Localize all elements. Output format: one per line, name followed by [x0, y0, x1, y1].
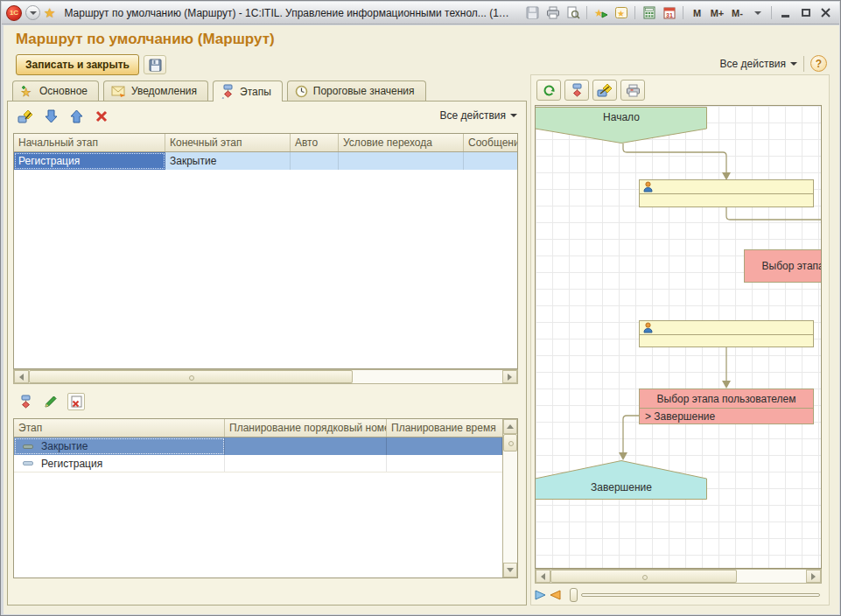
flowchart-icon: [221, 84, 235, 99]
column-header[interactable]: Авто: [291, 134, 339, 151]
node-action-2[interactable]: [639, 320, 814, 347]
map-hscrollbar[interactable]: [535, 569, 822, 584]
save-button[interactable]: [144, 55, 166, 74]
nav-forward-icon[interactable]: [535, 589, 547, 601]
move-up-icon[interactable]: [67, 108, 85, 125]
minimize-button[interactable]: [776, 4, 795, 21]
cell-stage-name[interactable]: Закрытие: [14, 438, 225, 455]
node-action-1[interactable]: [639, 179, 814, 207]
column-header[interactable]: Сообщение: [464, 134, 517, 151]
chevron-down-icon: [790, 62, 797, 66]
scrollbar-track[interactable]: [737, 570, 806, 583]
scrollbar-thumb[interactable]: [29, 370, 353, 383]
save-and-close-button[interactable]: Записать и закрыть: [16, 54, 139, 75]
delete-icon[interactable]: [93, 108, 110, 125]
maximize-button[interactable]: [796, 4, 815, 21]
refresh-button[interactable]: [536, 80, 561, 101]
tab-notifications[interactable]: Уведомления: [103, 80, 208, 101]
choice-item[interactable]: > Завершение: [640, 409, 813, 424]
node-end[interactable]: Завершение: [535, 459, 708, 500]
envelope-icon: [111, 86, 126, 97]
scrollbar-thumb[interactable]: [550, 570, 737, 583]
nav-back-icon[interactable]: [549, 589, 561, 601]
cell-plan-number[interactable]: [225, 438, 387, 455]
arrow-left-icon: [19, 374, 24, 381]
column-header[interactable]: Планирование порядковый номер: [225, 419, 387, 437]
transitions-all-actions-button[interactable]: Все действия: [440, 109, 517, 122]
scroll-right-button[interactable]: [502, 370, 517, 383]
separator: [771, 6, 772, 19]
star-go-icon[interactable]: ★: [592, 4, 610, 21]
save-icon[interactable]: [523, 4, 542, 21]
zoom-slider-handle[interactable]: [570, 588, 578, 602]
column-header[interactable]: Планирование время: [387, 419, 502, 437]
column-header[interactable]: Начальный этап: [14, 134, 165, 151]
more-chevron-icon[interactable]: [748, 4, 767, 21]
help-button[interactable]: ?: [810, 55, 827, 72]
scrollbar-track[interactable]: [503, 452, 517, 563]
scroll-right-button[interactable]: [806, 570, 821, 583]
zoom-slider-track[interactable]: [581, 593, 820, 597]
move-down-icon[interactable]: [42, 108, 60, 125]
print-preview-icon[interactable]: [564, 4, 582, 21]
scroll-up-button[interactable]: [503, 419, 517, 434]
1c-logo-icon[interactable]: 1С: [6, 5, 22, 21]
all-actions-button[interactable]: Все действия: [720, 58, 797, 70]
stage-name: Закрытие: [41, 440, 88, 452]
add-icon[interactable]: [17, 108, 34, 125]
scroll-left-button[interactable]: [536, 570, 550, 583]
scroll-left-button[interactable]: [14, 370, 29, 383]
tab-main[interactable]: ★ Основное: [12, 80, 99, 101]
flowchart-icon[interactable]: [17, 393, 34, 410]
star-box-icon[interactable]: ★: [612, 4, 630, 21]
favorites-star-icon[interactable]: ★: [44, 6, 55, 19]
cell-plan-number[interactable]: [225, 455, 387, 472]
map-toolbar: [536, 80, 645, 101]
column-header[interactable]: Конечный этап: [165, 134, 291, 151]
cell-start-stage[interactable]: Регистрация: [14, 152, 165, 170]
arrow-down-icon: [507, 568, 514, 572]
chevron-down-icon: [510, 114, 517, 117]
cell-condition[interactable]: [339, 152, 464, 170]
star-icon: ★: [20, 85, 34, 98]
table-row[interactable]: Регистрация: [14, 455, 502, 472]
print-icon: [626, 84, 641, 97]
memory-m-button[interactable]: M: [688, 4, 706, 21]
scrollbar-thumb[interactable]: [503, 434, 517, 452]
column-header[interactable]: Условие перехода: [339, 134, 464, 151]
edit-diagram-button[interactable]: [592, 80, 617, 101]
stages-vscrollbar[interactable]: [502, 419, 517, 578]
delete-page-icon[interactable]: [67, 393, 85, 410]
save-icon: [149, 59, 162, 72]
cell-plan-time[interactable]: [387, 438, 502, 455]
scroll-down-button[interactable]: [503, 563, 517, 578]
table-row[interactable]: Закрытие: [14, 438, 502, 455]
arrange-flowchart-button[interactable]: [564, 80, 589, 101]
table-row[interactable]: Регистрация Закрытие: [14, 152, 517, 170]
cell-stage-name[interactable]: Регистрация: [14, 455, 225, 472]
node-start[interactable]: Начало: [535, 106, 708, 144]
memory-m-plus-button[interactable]: M+: [708, 4, 726, 21]
memory-m-minus-button[interactable]: M-: [728, 4, 746, 21]
print-map-button[interactable]: [620, 80, 645, 101]
stages-toolbar: [17, 393, 85, 410]
print-icon[interactable]: [543, 4, 562, 21]
cell-auto[interactable]: [291, 152, 339, 170]
tab-stages[interactable]: Этапы: [213, 80, 283, 102]
scrollbar-track[interactable]: [353, 370, 502, 383]
edit-pencil-icon[interactable]: [42, 393, 60, 410]
close-button[interactable]: [816, 4, 835, 21]
column-header[interactable]: Этап: [14, 419, 225, 437]
node-choice-1[interactable]: Выбор этапа пользователем: [744, 249, 822, 283]
stage-icon: [23, 461, 33, 466]
system-menu-button[interactable]: [25, 5, 40, 20]
transitions-hscrollbar[interactable]: [13, 369, 518, 384]
calendar-icon[interactable]: 31: [660, 4, 678, 21]
cell-plan-time[interactable]: [387, 455, 502, 472]
cell-message[interactable]: [464, 152, 517, 170]
node-choice-2[interactable]: Выбор этапа пользователем > Завершение: [639, 388, 814, 424]
tab-thresholds[interactable]: Пороговые значения: [287, 80, 426, 101]
flowchart-canvas: Начало Выбор этапа пользователем: [535, 105, 822, 569]
cell-end-stage[interactable]: Закрытие: [165, 152, 291, 170]
calculator-icon[interactable]: [640, 4, 658, 21]
